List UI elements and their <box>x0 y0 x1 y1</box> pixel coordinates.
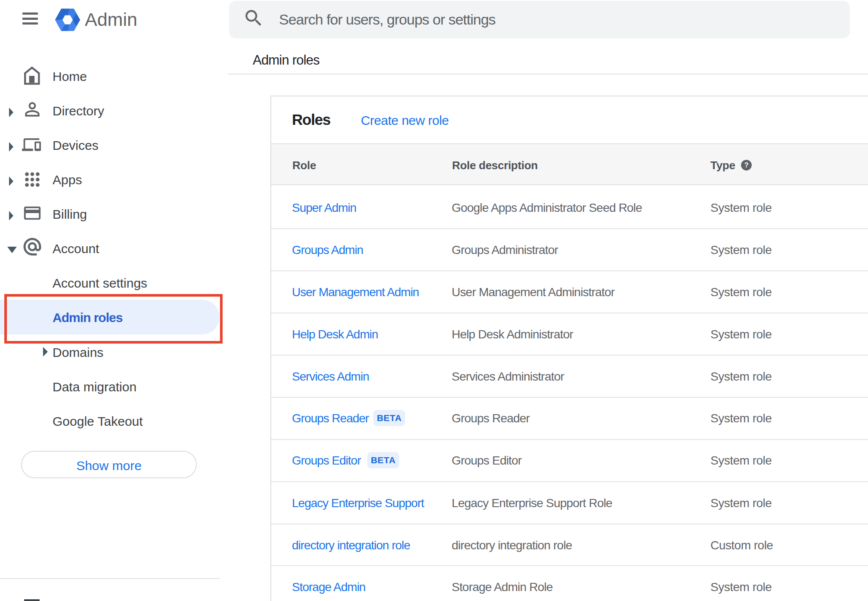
svg-text:?: ? <box>744 161 749 169</box>
